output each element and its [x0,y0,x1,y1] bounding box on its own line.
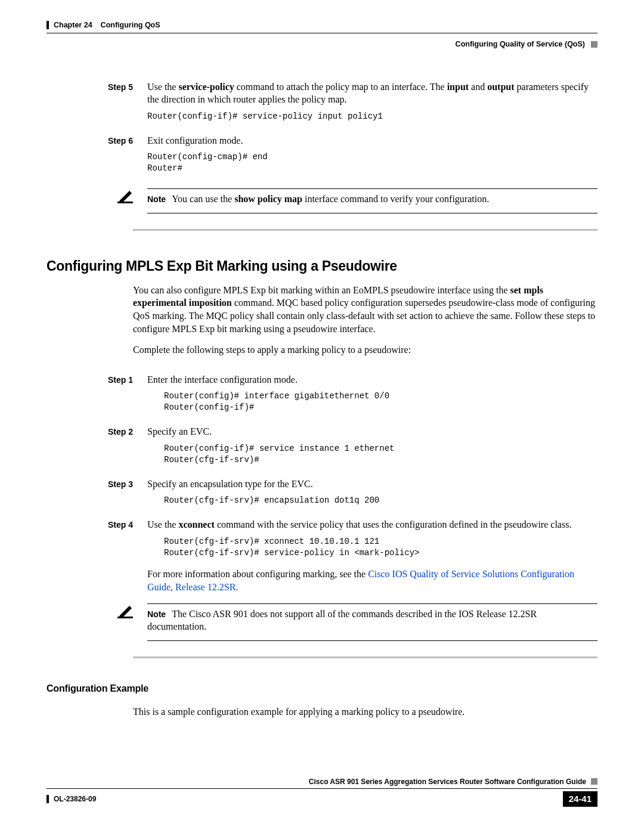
footer-rule [47,788,597,789]
page-content: Step 5 Use the service-policy command to… [47,49,597,719]
heading-3: Configuration Example [47,682,597,695]
note-rule-top [147,188,597,189]
chapter-label: Chapter 24 [54,20,92,30]
footer-docnum: OL-23826-09 [47,794,96,804]
svg-rect-1 [117,617,133,618]
page-footer: Cisco ASR 901 Series Aggregation Service… [47,777,597,807]
step-row: Step 6 Exit configuration mode. Router(c… [47,134,597,184]
note-icon-col [47,603,147,641]
step-text: Use the service-policy command to attach… [147,80,597,106]
note-body: NoteYou can use the show policy map inte… [147,188,597,213]
step-text: Enter the interface configuration mode. [147,373,597,386]
pencil-note-icon [117,603,133,618]
note-text: NoteYou can use the show policy map inte… [147,193,597,206]
code-block: Router(config-cmap)# end Router# [147,151,597,174]
code-block: Router(config)# interface gigabitetherne… [147,391,597,413]
step-body: Exit configuration mode. Router(config-c… [147,134,597,184]
footer-bar-icon [47,795,49,803]
note-icon-col [47,188,147,213]
footer-guide-title: Cisco ASR 901 Series Aggregation Service… [309,777,586,786]
footer-bottom-row: OL-23826-09 24-41 [47,791,597,807]
code-block: Router(config-if)# service instance 1 et… [147,443,597,466]
footer-title-row: Cisco ASR 901 Series Aggregation Service… [47,777,597,786]
step-body: Specify an EVC. Router(config-if)# servi… [147,425,597,475]
document-page: Chapter 24 Configuring QoS Configuring Q… [0,0,644,833]
note-block: NoteThe Cisco ASR 901 does not support a… [47,603,597,641]
step-row: Step 5 Use the service-policy command to… [47,80,597,132]
section-end-rule [133,657,597,658]
running-header-left: Chapter 24 Configuring QoS [47,20,597,30]
running-header-right: Configuring Quality of Service (QoS) [47,39,597,49]
note-rule-bottom [147,640,597,641]
code-block: Router(cfg-if-srv)# xconnect 10.10.10.1 … [147,536,597,559]
chapter-title: Configuring QoS [101,20,160,30]
example-text: This is a sample configuration example f… [133,705,597,719]
header-square-icon [591,41,597,48]
code-block: Router(config-if)# service-policy input … [147,111,597,122]
footer-square-icon [591,778,597,785]
step-text: Exit configuration mode. [147,134,597,147]
header-rule [47,33,597,33]
intro-paragraph: You can also configure MPLS Exp bit mark… [133,284,597,335]
step-label: Step 2 [47,425,147,475]
step-body: Use the service-policy command to attach… [147,80,597,132]
step-row: Step 2 Specify an EVC. Router(config-if)… [47,425,597,475]
step-body: Specify an encapsulation type for the EV… [147,478,597,516]
footer-page-number: 24-41 [563,791,597,807]
note-rule-top [147,603,597,604]
intro-block: You can also configure MPLS Exp bit mark… [133,284,597,357]
note-text: NoteThe Cisco ASR 901 does not support a… [147,608,597,633]
step-row: Step 4 Use the xconnect command with the… [47,518,597,599]
example-intro: This is a sample configuration example f… [133,705,597,719]
pencil-note-icon [117,188,133,203]
step-text: Specify an EVC. [147,425,597,438]
note-body: NoteThe Cisco ASR 901 does not support a… [147,603,597,641]
step-label: Step 5 [47,80,147,132]
step-body: Use the xconnect command with the servic… [147,518,597,599]
header-bar-icon [47,21,49,29]
step-body: Enter the interface configuration mode. … [147,373,597,423]
section-title: Configuring Quality of Service (QoS) [456,39,585,49]
step-label: Step 4 [47,518,147,599]
code-block: Router(cfg-if-srv)# encapsulation dot1q … [147,495,597,506]
step-label: Step 1 [47,373,147,423]
step-label: Step 3 [47,478,147,516]
note-rule-bottom [147,213,597,213]
step-link-text: For more information about configuring m… [147,568,597,593]
section-end-rule [133,229,597,231]
svg-rect-0 [117,202,133,203]
step-text: Specify an encapsulation type for the EV… [147,478,597,491]
step-label: Step 6 [47,134,147,184]
note-block: NoteYou can use the show policy map inte… [47,188,597,213]
intro-paragraph: Complete the following steps to apply a … [133,343,597,357]
step-row: Step 1 Enter the interface configuration… [47,373,597,423]
step-row: Step 3 Specify an encapsulation type for… [47,478,597,516]
heading-2: Configuring MPLS Exp Bit Marking using a… [47,257,597,275]
step-text: Use the xconnect command with the servic… [147,518,597,531]
